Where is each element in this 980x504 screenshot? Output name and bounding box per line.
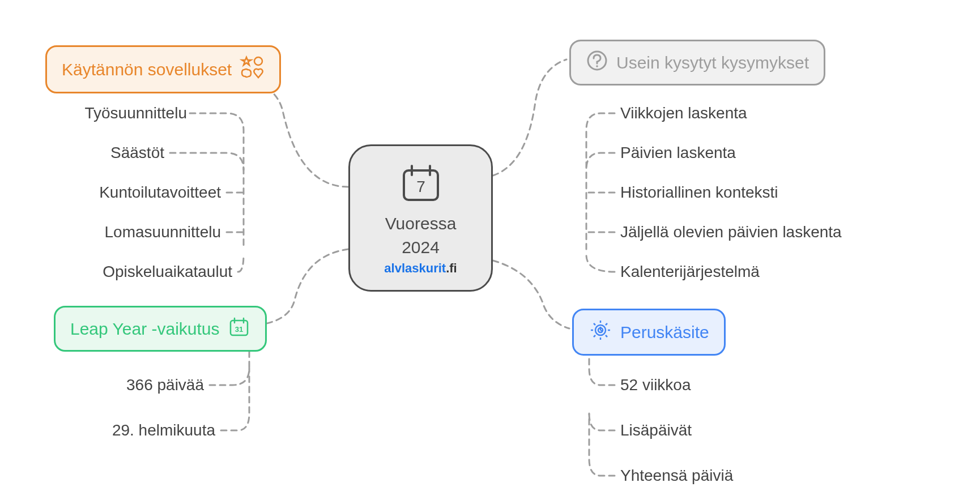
leaf-practical-2: Kuntoilutavoitteet bbox=[57, 183, 221, 202]
leaf-concept-2: Yhteensä päiviä bbox=[620, 467, 733, 485]
branch-practical[interactable]: Käytännön sovellukset bbox=[45, 45, 281, 93]
leaf-faq-3: Jäljellä olevien päivien laskenta bbox=[620, 223, 842, 241]
leaf-faq-4: Kalenterijärjestelmä bbox=[620, 263, 760, 281]
svg-text:31: 31 bbox=[235, 325, 242, 334]
question-icon bbox=[586, 49, 608, 76]
svg-point-4 bbox=[254, 57, 262, 65]
calendar-7-icon: 7 bbox=[398, 160, 444, 208]
mindmap-canvas: 7 Vuoressa 2024 alvlaskurit.fi Käytännön… bbox=[0, 0, 980, 504]
leaf-concept-1: Lisäpäivät bbox=[620, 421, 692, 439]
branch-concept[interactable]: Peruskäsite bbox=[572, 309, 726, 356]
leaf-leapyear-0: 366 päivää bbox=[102, 376, 204, 394]
center-title-line1: Vuoressa bbox=[385, 213, 457, 234]
branch-leapyear[interactable]: Leap Year -vaikutus 31 bbox=[54, 306, 267, 352]
branch-concept-label: Peruskäsite bbox=[620, 323, 709, 342]
leaf-practical-0: Työsuunnittelu bbox=[74, 104, 187, 122]
leaf-practical-1: Säästöt bbox=[74, 144, 164, 162]
center-title-line2: 2024 bbox=[402, 237, 440, 258]
gear-icon bbox=[589, 318, 612, 346]
leaf-practical-3: Lomasuunnittelu bbox=[62, 223, 221, 241]
leaf-concept-0: 52 viikkoa bbox=[620, 376, 691, 394]
leaf-faq-0: Viikkojen laskenta bbox=[620, 104, 747, 122]
calendar-31-icon: 31 bbox=[228, 315, 250, 342]
leaf-faq-2: Historiallinen konteksti bbox=[620, 183, 778, 202]
center-domain-part1: alvlaskurit bbox=[384, 261, 446, 275]
shapes-icon bbox=[240, 55, 265, 84]
svg-point-10 bbox=[596, 65, 598, 67]
center-domain-part2: .fi bbox=[446, 261, 457, 275]
leaf-leapyear-1: 29. helmikuuta bbox=[85, 421, 215, 439]
svg-text:7: 7 bbox=[416, 178, 425, 195]
leaf-practical-4: Opiskeluaikataulut bbox=[51, 263, 232, 281]
branch-leapyear-label: Leap Year -vaikutus bbox=[70, 319, 220, 339]
branch-faq[interactable]: Usein kysytyt kysymykset bbox=[569, 40, 825, 86]
leaf-faq-1: Päivien laskenta bbox=[620, 144, 736, 162]
center-domain: alvlaskurit.fi bbox=[384, 261, 457, 276]
center-node: 7 Vuoressa 2024 alvlaskurit.fi bbox=[348, 144, 493, 292]
branch-practical-label: Käytännön sovellukset bbox=[62, 60, 232, 79]
branch-faq-label: Usein kysytyt kysymykset bbox=[616, 53, 809, 72]
